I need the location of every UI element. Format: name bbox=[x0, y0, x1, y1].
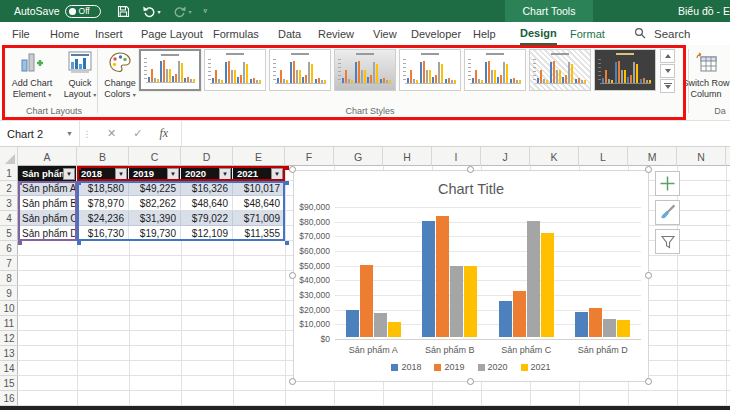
column-header-F[interactable]: F bbox=[285, 147, 334, 166]
ribbon-tab-developer[interactable]: Developer bbox=[411, 22, 461, 45]
bar-2020-Sản-phẩm-D[interactable] bbox=[603, 319, 616, 337]
bar-2021-Sản-phẩm-B[interactable] bbox=[464, 266, 477, 337]
table-header-2020[interactable]: 2020▼ bbox=[181, 166, 233, 181]
gallery-more-button[interactable] bbox=[660, 79, 675, 93]
chart-style-thumbnail-6[interactable] bbox=[464, 49, 526, 91]
chart-title[interactable]: Chart Title bbox=[294, 181, 648, 197]
chart-resize-handle[interactable] bbox=[645, 272, 652, 279]
formula-input[interactable] bbox=[182, 121, 730, 146]
row-header-8[interactable]: 8 bbox=[0, 271, 18, 286]
redo-icon[interactable]: ▾ bbox=[173, 5, 192, 18]
row-header-15[interactable]: 15 bbox=[0, 376, 18, 391]
ribbon-tab-design[interactable]: Design bbox=[520, 22, 557, 45]
chart-style-thumbnail-7[interactable] bbox=[529, 49, 591, 91]
table-header-category[interactable]: Sản phẩm▼ bbox=[18, 166, 77, 181]
filter-dropdown-icon[interactable]: ▼ bbox=[63, 168, 75, 180]
row-header-5[interactable]: 5 bbox=[0, 226, 18, 241]
bar-2018-Sản-phẩm-A[interactable] bbox=[346, 310, 359, 337]
autosave-toggle[interactable]: AutoSave Off bbox=[14, 5, 101, 18]
bar-2018-Sản-phẩm-B[interactable] bbox=[422, 221, 435, 337]
table-cell-r3c2[interactable]: $78,970 bbox=[77, 196, 129, 211]
chart-style-thumbnail-8[interactable] bbox=[594, 49, 656, 91]
bar-2019-Sản-phẩm-B[interactable] bbox=[436, 216, 449, 337]
ribbon-tab-data[interactable]: Data bbox=[278, 22, 301, 45]
ribbon-tab-formulas[interactable]: Formulas bbox=[213, 22, 259, 45]
bar-2021-Sản-phẩm-C[interactable] bbox=[541, 233, 554, 337]
chart[interactable]: Chart Title $0$10,000$20,000$30,000$40,0… bbox=[293, 170, 649, 382]
column-header-J[interactable]: J bbox=[481, 147, 530, 166]
row-header-12[interactable]: 12 bbox=[0, 331, 18, 346]
row-header-4[interactable]: 4 bbox=[0, 211, 18, 226]
table-cell-r3c1[interactable]: Sản phẩm B bbox=[18, 196, 77, 211]
table-cell-r4c1[interactable]: Sản phẩm C bbox=[18, 211, 77, 226]
save-icon[interactable] bbox=[117, 5, 130, 18]
table-cell-r2c4[interactable]: $16,326 bbox=[181, 181, 233, 196]
gallery-scroll-up-button[interactable] bbox=[660, 49, 675, 63]
bar-2021-Sản-phẩm-D[interactable] bbox=[617, 320, 630, 337]
ribbon-tab-home[interactable]: Home bbox=[50, 22, 79, 45]
chart-resize-handle[interactable] bbox=[289, 272, 296, 279]
chart-resize-handle[interactable] bbox=[645, 378, 652, 385]
gallery-scroll-down-button[interactable] bbox=[660, 64, 675, 78]
table-cell-r4c2[interactable]: $24,236 bbox=[77, 211, 129, 226]
insert-function-icon[interactable]: fx bbox=[159, 126, 168, 141]
autosave-switch-icon[interactable]: Off bbox=[65, 5, 101, 18]
table-header-2018[interactable]: 2018▼ bbox=[77, 166, 129, 181]
select-all-corner[interactable] bbox=[0, 147, 18, 166]
row-header-3[interactable]: 3 bbox=[0, 196, 18, 211]
name-box[interactable]: Chart 2 ▼ bbox=[0, 121, 80, 146]
row-header-14[interactable]: 14 bbox=[0, 361, 18, 376]
chart-style-thumbnail-1[interactable] bbox=[139, 49, 201, 91]
filter-dropdown-icon[interactable]: ▼ bbox=[167, 168, 179, 180]
column-header-N[interactable]: N bbox=[677, 147, 726, 166]
column-header-B[interactable]: B bbox=[77, 147, 129, 166]
filter-dropdown-icon[interactable]: ▼ bbox=[219, 168, 231, 180]
table-cell-r2c5[interactable]: $10,017 bbox=[233, 181, 285, 196]
change-colors-button[interactable]: ChangeColors ▾ bbox=[100, 48, 140, 114]
search-box[interactable]: Search bbox=[634, 22, 690, 45]
quick-layout-button[interactable]: QuickLayout ▾ bbox=[58, 48, 102, 114]
column-header-M[interactable]: M bbox=[628, 147, 677, 166]
column-header-L[interactable]: L bbox=[579, 147, 628, 166]
filter-dropdown-icon[interactable]: ▼ bbox=[115, 168, 127, 180]
table-cell-r5c3[interactable]: $19,730 bbox=[129, 226, 181, 241]
bar-2018-Sản-phẩm-C[interactable] bbox=[499, 301, 512, 337]
column-header-G[interactable]: G bbox=[334, 147, 383, 166]
legend-item-2020[interactable]: 2020 bbox=[478, 362, 508, 372]
column-header-C[interactable]: C bbox=[129, 147, 181, 166]
table-header-2021[interactable]: 2021▼ bbox=[233, 166, 285, 181]
bar-2020-Sản-phẩm-C[interactable] bbox=[527, 221, 540, 337]
chart-resize-handle[interactable] bbox=[289, 166, 296, 173]
column-header-D[interactable]: D bbox=[181, 147, 233, 166]
chart-resize-handle[interactable] bbox=[467, 378, 474, 385]
ribbon-tab-review[interactable]: Review bbox=[318, 22, 354, 45]
ribbon-tab-help[interactable]: Help bbox=[473, 22, 496, 45]
table-cell-r4c3[interactable]: $31,390 bbox=[129, 211, 181, 226]
chart-elements-button[interactable] bbox=[655, 171, 680, 196]
table-cell-r5c4[interactable]: $12,109 bbox=[181, 226, 233, 241]
ribbon-tab-view[interactable]: View bbox=[373, 22, 397, 45]
legend-item-2019[interactable]: 2019 bbox=[434, 362, 464, 372]
table-cell-r2c1[interactable]: Sản phẩm A bbox=[18, 181, 77, 196]
row-header-7[interactable]: 7 bbox=[0, 256, 18, 271]
table-header-2019[interactable]: 2019▼ bbox=[129, 166, 181, 181]
column-header-I[interactable]: I bbox=[432, 147, 481, 166]
column-header-K[interactable]: K bbox=[530, 147, 579, 166]
row-header-9[interactable]: 9 bbox=[0, 286, 18, 301]
bar-2019-Sản-phẩm-D[interactable] bbox=[589, 308, 602, 337]
chart-resize-handle[interactable] bbox=[645, 166, 652, 173]
chart-styles-button[interactable] bbox=[655, 200, 680, 225]
chart-style-thumbnail-3[interactable] bbox=[269, 49, 331, 91]
cancel-icon[interactable]: ✕ bbox=[107, 127, 116, 140]
ribbon-tab-format[interactable]: Format bbox=[570, 22, 605, 45]
column-header-A[interactable]: A bbox=[18, 147, 77, 166]
row-header-10[interactable]: 10 bbox=[0, 301, 18, 316]
bar-2020-Sản-phẩm-A[interactable] bbox=[374, 313, 387, 337]
ribbon-tab-page-layout[interactable]: Page Layout bbox=[141, 22, 203, 45]
filter-dropdown-icon[interactable]: ▼ bbox=[271, 168, 283, 180]
table-cell-r2c2[interactable]: $18,580 bbox=[77, 181, 129, 196]
chart-style-thumbnail-2[interactable] bbox=[204, 49, 266, 91]
chart-resize-handle[interactable] bbox=[289, 378, 296, 385]
table-cell-r2c3[interactable]: $49,225 bbox=[129, 181, 181, 196]
table-cell-r3c3[interactable]: $82,262 bbox=[129, 196, 181, 211]
